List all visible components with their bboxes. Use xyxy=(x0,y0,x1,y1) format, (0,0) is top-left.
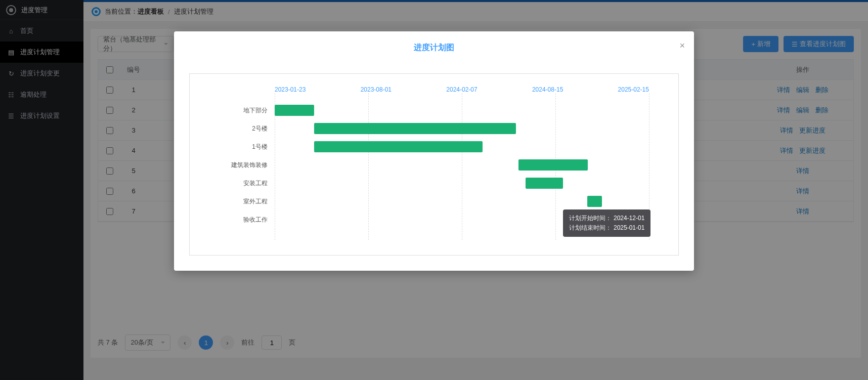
gantt-tooltip: 计划开始时间：2024-12-01 计划结束时间：2025-01-01 xyxy=(563,209,650,237)
gantt-xlabel: 2025-02-15 xyxy=(618,86,649,93)
modal-title: 进度计划图 xyxy=(189,43,679,53)
gantt-xlabel: 2024-08-15 xyxy=(532,86,563,93)
gantt-bar[interactable] xyxy=(526,178,563,189)
modal-overlay[interactable]: × 进度计划图 2023-01-232023-08-012024-02-0720… xyxy=(0,0,868,380)
gantt-row: 1号楼 xyxy=(199,138,649,156)
gantt-ylabel: 室外工程 xyxy=(199,197,275,206)
gantt-ylabel: 地下部分 xyxy=(199,106,275,115)
tooltip-start-label: 计划开始时间： xyxy=(569,215,612,222)
gantt-ylabel: 建筑装饰装修 xyxy=(199,161,275,170)
gantt-modal: × 进度计划图 2023-01-232023-08-012024-02-0720… xyxy=(174,31,694,271)
gantt-xlabel: 2023-01-23 xyxy=(275,86,306,93)
gantt-chart: 2023-01-232023-08-012024-02-072024-08-15… xyxy=(189,73,679,256)
close-icon[interactable]: × xyxy=(679,40,685,51)
gantt-bar[interactable] xyxy=(314,123,516,134)
gantt-bar[interactable] xyxy=(314,141,483,152)
gantt-row: 室外工程 xyxy=(199,192,649,210)
gantt-bar[interactable] xyxy=(275,105,314,116)
gantt-xlabel: 2023-08-01 xyxy=(361,86,392,93)
gantt-row: 2号楼 xyxy=(199,119,649,138)
gantt-ylabel: 1号楼 xyxy=(199,143,275,151)
gantt-bar[interactable] xyxy=(587,196,602,207)
gantt-ylabel: 验收工作 xyxy=(199,216,275,224)
gantt-ylabel: 2号楼 xyxy=(199,124,275,133)
gantt-bar[interactable] xyxy=(518,159,588,171)
gantt-xlabel: 2024-02-07 xyxy=(446,86,477,93)
gantt-xlabels: 2023-01-232023-08-012024-02-072024-08-15… xyxy=(275,86,649,93)
gantt-row: 地下部分 xyxy=(199,101,649,119)
tooltip-start-value: 2024-12-01 xyxy=(614,215,644,222)
gantt-ylabel: 安装工程 xyxy=(199,179,275,188)
tooltip-end-value: 2025-01-01 xyxy=(614,224,644,231)
gantt-row: 安装工程 xyxy=(199,174,649,192)
gantt-row: 建筑装饰装修 xyxy=(199,156,649,174)
tooltip-end-label: 计划结束时间： xyxy=(569,224,612,231)
